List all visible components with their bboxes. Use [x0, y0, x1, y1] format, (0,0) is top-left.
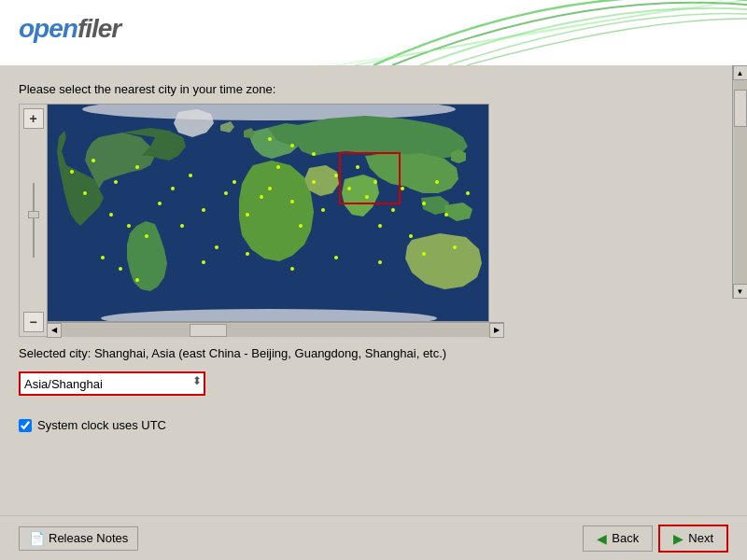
- map-scrollbar-vertical[interactable]: ▲ ▼: [732, 65, 747, 299]
- main-content: Please select the nearest city in your t…: [0, 65, 747, 441]
- release-notes-label: Release Notes: [49, 531, 128, 545]
- scroll-thumb-v[interactable]: [734, 90, 747, 127]
- header-decoration: [280, 0, 747, 65]
- scroll-thumb-h[interactable]: [190, 324, 227, 337]
- zoom-in-button[interactable]: +: [23, 108, 44, 129]
- instruction-text: Please select the nearest city in your t…: [19, 82, 728, 96]
- scroll-right-arrow[interactable]: ▶: [489, 323, 504, 338]
- doc-icon: 📄: [29, 531, 45, 546]
- utc-checkbox[interactable]: [19, 419, 32, 432]
- zoom-slider-thumb[interactable]: [28, 211, 39, 218]
- scroll-left-arrow[interactable]: ◀: [47, 323, 62, 338]
- back-icon: ◀: [597, 531, 607, 546]
- scroll-track-h[interactable]: [62, 324, 489, 337]
- logo-filer: filer: [78, 14, 120, 43]
- release-notes-button[interactable]: 📄 Release Notes: [19, 526, 138, 551]
- map-row: ▲ ▼: [47, 104, 504, 322]
- back-label: Back: [612, 531, 639, 545]
- header: openfiler: [0, 0, 747, 65]
- logo-open: open: [19, 14, 78, 43]
- bottom-bar: 📄 Release Notes ◀ Back ▶ Next: [0, 515, 747, 560]
- zoom-controls: + −: [19, 104, 47, 337]
- next-icon: ▶: [673, 531, 684, 546]
- zoom-out-button[interactable]: −: [23, 312, 44, 332]
- selected-city-label: Selected city: Shanghai, Asia (east Chin…: [19, 346, 728, 360]
- next-button[interactable]: ▶ Next: [658, 525, 728, 553]
- app-logo: openfiler: [19, 14, 120, 44]
- map-area: + −: [19, 104, 728, 337]
- scroll-up-arrow[interactable]: ▲: [733, 65, 748, 80]
- navigation-buttons: ◀ Back ▶ Next: [583, 525, 728, 553]
- next-label: Next: [688, 531, 713, 545]
- utc-checkbox-label[interactable]: System clock uses UTC: [37, 418, 166, 432]
- map-scrollbar-horizontal[interactable]: ◀ ▶: [47, 322, 504, 337]
- zoom-slider-area: [33, 129, 35, 312]
- scroll-track-v[interactable]: [734, 80, 747, 284]
- timezone-select[interactable]: Asia/Shanghai America/New_York America/L…: [19, 371, 205, 396]
- scroll-down-arrow[interactable]: ▼: [733, 284, 748, 299]
- world-map[interactable]: [47, 104, 489, 322]
- map-with-scrollbars: ▲ ▼ ◀ ▶: [47, 104, 504, 337]
- timezone-select-wrapper[interactable]: Asia/Shanghai America/New_York America/L…: [19, 366, 205, 396]
- utc-checkbox-area[interactable]: System clock uses UTC: [19, 418, 728, 432]
- back-button[interactable]: ◀ Back: [583, 525, 653, 552]
